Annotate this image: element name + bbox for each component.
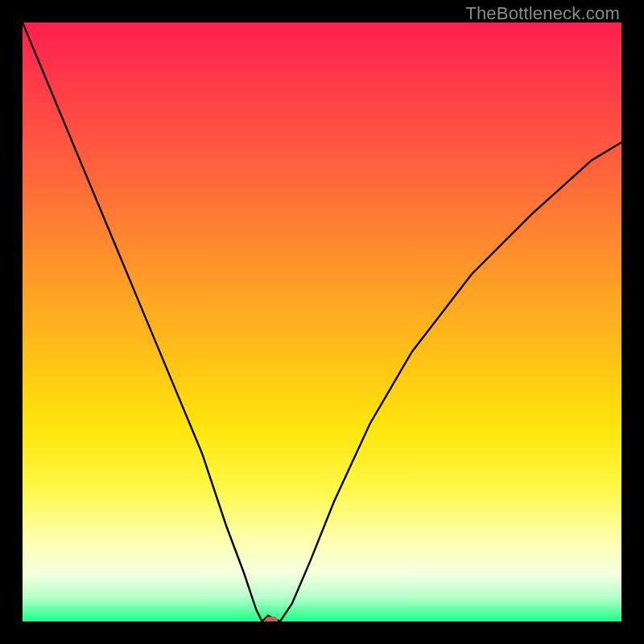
bottleneck-curve <box>23 23 621 621</box>
optimal-point-marker <box>265 617 278 621</box>
plot-area <box>23 23 621 621</box>
watermark-text: TheBottleneck.com <box>465 3 620 24</box>
chart-frame: TheBottleneck.com <box>0 0 644 644</box>
